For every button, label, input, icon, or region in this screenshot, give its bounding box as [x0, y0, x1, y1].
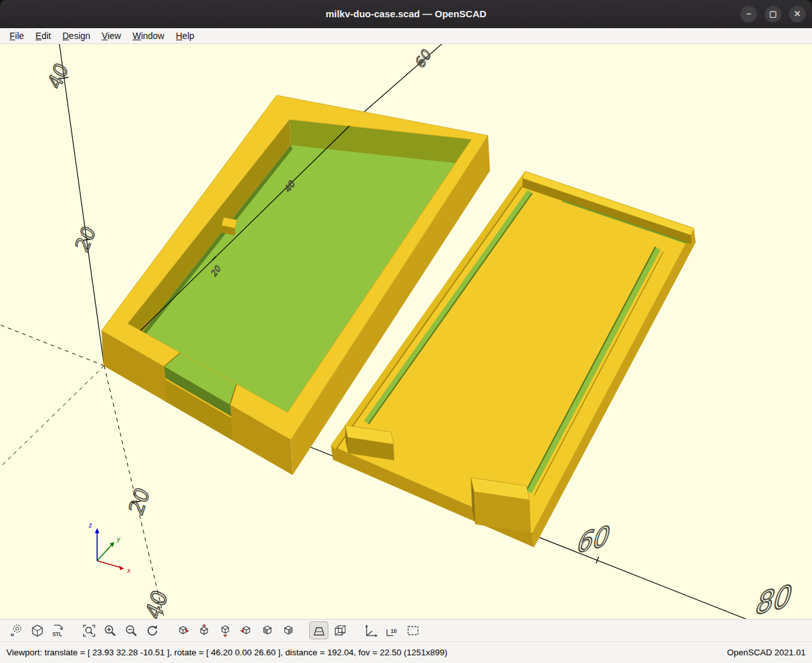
- view-right-button[interactable]: [173, 621, 192, 639]
- mini-axis-x-label: x: [126, 567, 131, 574]
- mini-axes: x y z: [88, 522, 131, 574]
- close-button[interactable]: ✕: [789, 6, 806, 22]
- view-bottom-icon: [218, 623, 233, 638]
- reset-view-icon: [145, 623, 160, 638]
- zoom-all-icon: [82, 623, 96, 638]
- mini-axis-y-label: y: [116, 536, 121, 543]
- render-button[interactable]: [27, 621, 47, 639]
- axis-label--z-20: 20: [125, 483, 155, 519]
- reset-view-button[interactable]: [142, 621, 162, 639]
- maximize-button[interactable]: ▢: [765, 6, 781, 22]
- openscad-window: milkv-duo-case.scad — OpenSCAD −▢✕ FileE…: [0, 0, 812, 663]
- axis-label-z-40: 40: [43, 59, 72, 93]
- axis-label-x-80: 80: [752, 577, 797, 619]
- zoom-out-icon: [124, 623, 139, 638]
- view-top-icon: [197, 623, 211, 638]
- zoom-in-button[interactable]: [100, 621, 119, 639]
- window-controls: −▢✕: [740, 0, 806, 27]
- mini-axis-x-arrow: [119, 566, 125, 570]
- view-front-button[interactable]: [257, 621, 277, 639]
- menu-edit[interactable]: Edit: [30, 29, 57, 42]
- axis-label--z-40: 40: [141, 586, 172, 619]
- menu-help[interactable]: Help: [170, 29, 200, 42]
- view-perspective-icon: [312, 623, 326, 638]
- render-icon: [30, 623, 45, 638]
- menu-window[interactable]: Window: [126, 29, 170, 42]
- view-bottom-button[interactable]: [215, 621, 234, 639]
- menu-view[interactable]: View: [96, 29, 126, 42]
- menu-file[interactable]: File: [4, 29, 30, 42]
- view-back-button[interactable]: [279, 621, 298, 639]
- status-bar: Viewport: translate = [ 23.93 32.28 -10.…: [0, 641, 812, 663]
- view-left-button[interactable]: [236, 621, 256, 639]
- menu-bar: FileEditDesignViewWindowHelp: [0, 28, 812, 44]
- axis-y-positive-far: [364, 44, 445, 112]
- view-left-icon: [239, 623, 254, 638]
- view-orthogonal-icon: [333, 623, 348, 638]
- show-axes-button[interactable]: [361, 621, 380, 639]
- zoom-all-button[interactable]: [79, 621, 98, 639]
- show-scale-markers-button[interactable]: [382, 621, 401, 639]
- title-bar: milkv-duo-case.scad — OpenSCAD −▢✕: [0, 0, 812, 28]
- window-title: milkv-duo-case.scad — OpenSCAD: [326, 8, 487, 19]
- view-toolbar: [0, 619, 812, 641]
- view-perspective-button[interactable]: [309, 621, 328, 639]
- show-axes-icon: [364, 623, 378, 638]
- mini-axis-z-label: z: [88, 522, 92, 529]
- axis-label-y-60: 60: [412, 45, 434, 72]
- show-scale-markers-icon: [385, 623, 399, 638]
- export-stl-icon: [51, 623, 66, 638]
- zoom-out-button[interactable]: [121, 621, 141, 639]
- preview-icon: [9, 623, 24, 638]
- view-top-button[interactable]: [194, 621, 213, 639]
- axis-label-z-20: 20: [71, 222, 100, 256]
- axis-y-negative: [0, 366, 104, 467]
- export-stl-button[interactable]: [49, 621, 68, 639]
- menu-design[interactable]: Design: [57, 29, 96, 42]
- minimize-button[interactable]: −: [740, 6, 757, 22]
- view-orthogonal-button[interactable]: [330, 621, 349, 639]
- view-back-icon: [281, 623, 296, 638]
- viewport-info-text: Viewport: translate = [ 23.93 32.28 -10.…: [6, 648, 447, 657]
- axis-x-negative: [0, 325, 104, 366]
- zoom-in-icon: [103, 623, 118, 638]
- show-edges-button[interactable]: [403, 621, 422, 639]
- view-front-icon: [260, 623, 275, 638]
- version-text: OpenSCAD 2021.01: [727, 648, 806, 657]
- axis-label-x-60: 60: [573, 519, 614, 560]
- show-edges-icon: [406, 623, 420, 638]
- viewport-canvas: 402020402040606080 x y z: [0, 44, 812, 619]
- 3d-viewport[interactable]: 402020402040606080 x y z: [0, 44, 812, 619]
- mini-axis-z-arrow: [95, 528, 100, 533]
- axis-z-positive: [59, 44, 104, 366]
- preview-button[interactable]: [6, 621, 26, 639]
- view-right-icon: [176, 623, 190, 638]
